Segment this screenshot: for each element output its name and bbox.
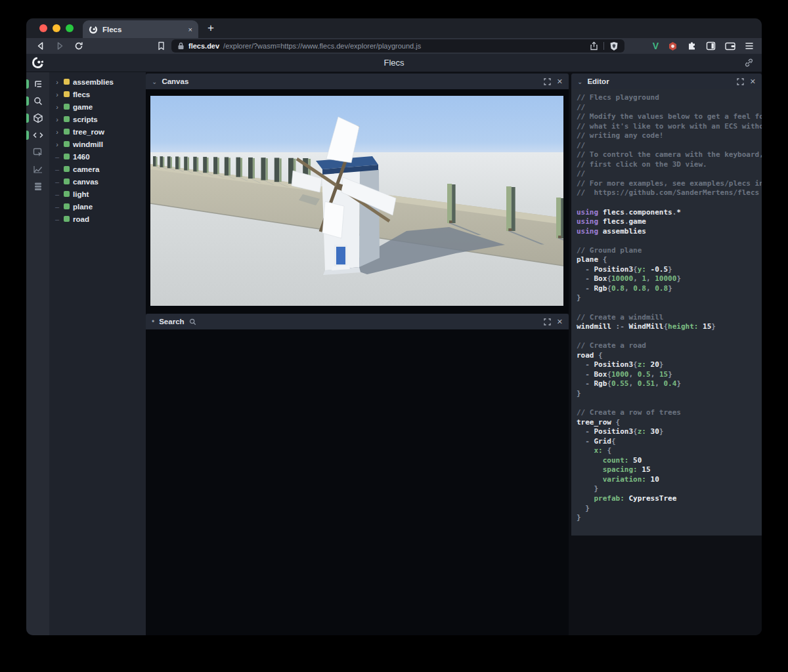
zoom-window-button[interactable]	[66, 24, 74, 32]
tree-item-flecs[interactable]: ›flecs	[49, 88, 146, 100]
window-controls	[26, 24, 80, 38]
windmill-door	[336, 247, 345, 264]
expand-chevron-icon[interactable]: ›	[54, 104, 60, 110]
tree-item-windmill[interactable]: ›windmill	[49, 138, 146, 150]
tree-item-camera[interactable]: –camera	[49, 163, 146, 175]
rail-item-code-icon[interactable]	[26, 130, 49, 140]
new-tab-button[interactable]: +	[208, 22, 214, 35]
chevron-down-icon[interactable]: ⌄	[152, 78, 157, 85]
entity-color-square	[64, 178, 70, 184]
code-line: //	[577, 141, 762, 151]
tree-item-canvas[interactable]: –canvas	[49, 175, 146, 188]
expand-icon[interactable]	[544, 78, 551, 85]
expand-chevron-icon[interactable]: ›	[54, 79, 60, 85]
entity-color-square	[64, 129, 70, 135]
tree-item-assemblies[interactable]: ›assemblies	[49, 75, 146, 88]
code-line: tree_row {	[577, 418, 762, 428]
toolbar-extensions: V	[653, 41, 754, 51]
menu-icon[interactable]	[745, 42, 754, 50]
rail-item-search-icon[interactable]	[26, 96, 49, 106]
tree-item-scripts[interactable]: ›scripts	[49, 113, 146, 125]
entity-label: camera	[73, 165, 99, 173]
code-line: // Flecs playground	[577, 93, 762, 103]
wallet-icon[interactable]	[725, 42, 735, 51]
tree-item-road[interactable]: –road	[49, 213, 146, 225]
expand-chevron-icon[interactable]: ›	[54, 141, 60, 148]
close-window-button[interactable]	[39, 24, 47, 32]
address-bar[interactable]: flecs.dev/explorer/?wasm=https://www.fle…	[171, 39, 624, 52]
tab-close-icon[interactable]: ×	[188, 26, 192, 33]
chevron-down-icon[interactable]: ⌄	[577, 78, 582, 85]
code-line: - Position3{z: 30}	[577, 427, 762, 437]
search-panel-body	[146, 329, 569, 635]
3d-viewport[interactable]	[150, 96, 563, 306]
share-icon[interactable]	[590, 41, 598, 51]
code-line: // what it's like to work with an ECS wi…	[577, 122, 762, 132]
entity-color-square	[64, 91, 70, 97]
rail-item-cube-icon[interactable]	[26, 113, 49, 123]
editor-panel-header[interactable]: ⌄ Editor ✕	[571, 74, 762, 89]
code-line: road {	[577, 351, 762, 361]
code-line: plane {	[577, 255, 762, 265]
code-line: count: 50	[577, 456, 762, 466]
extension-hexagon-icon[interactable]	[668, 41, 678, 51]
editor-panel-title: Editor	[587, 77, 609, 85]
rows-icon	[33, 181, 43, 192]
tree-item-1460[interactable]: –1460	[49, 150, 146, 163]
close-icon[interactable]: ✕	[750, 77, 756, 86]
search-panel-header[interactable]: • Search ✕	[146, 314, 569, 329]
rail-item-tree-icon[interactable]	[26, 79, 49, 89]
close-icon[interactable]: ✕	[557, 77, 563, 86]
code-line: // https://github.com/SanderMertens/flec…	[577, 188, 762, 198]
tree-item-tree_row[interactable]: ›tree_row	[49, 125, 146, 138]
inspector-icon	[33, 147, 43, 158]
entity-label: tree_row	[73, 128, 104, 136]
url-path: /explorer/?wasm=https://www.flecs.dev/ex…	[223, 42, 586, 50]
search-panel-title: Search	[159, 318, 184, 326]
forward-button[interactable]	[55, 41, 65, 51]
chart-icon	[33, 164, 43, 175]
entity-label: assemblies	[73, 78, 114, 86]
bookmark-icon[interactable]	[156, 41, 166, 51]
entity-label: road	[73, 215, 89, 223]
link-icon[interactable]	[744, 58, 754, 68]
leaf-dash-icon: –	[54, 154, 60, 160]
browser-tab[interactable]: Flecs ×	[83, 20, 198, 38]
code-line: prefab: CypressTree	[577, 494, 762, 504]
tree-item-game[interactable]: ›game	[49, 100, 146, 113]
divider	[603, 42, 604, 50]
code-line: // Create a windmill	[577, 313, 762, 323]
expand-icon[interactable]	[544, 318, 551, 326]
tree-item-light[interactable]: –light	[49, 188, 146, 200]
back-button[interactable]	[35, 41, 46, 51]
rail-item-inspector-icon[interactable]	[26, 147, 49, 158]
entity-color-square	[64, 79, 70, 85]
canvas-panel-body	[146, 89, 569, 314]
canvas-panel-header[interactable]: ⌄ Canvas ✕	[146, 74, 569, 89]
expand-chevron-icon[interactable]: ›	[54, 129, 60, 135]
vue-devtools-icon[interactable]: V	[653, 41, 659, 51]
code-line: // Ground plane	[577, 246, 762, 256]
desktop: Flecs × + flecs.	[0, 0, 788, 672]
minimize-window-button[interactable]	[53, 24, 60, 32]
collapsed-bullet-icon[interactable]: •	[152, 317, 154, 326]
rail-item-chart-icon[interactable]	[26, 164, 49, 175]
rail-item-rows-icon[interactable]	[26, 181, 49, 192]
expand-chevron-icon[interactable]: ›	[54, 91, 60, 98]
brave-shield-icon[interactable]	[609, 41, 619, 51]
sidebar-toggle-icon[interactable]	[706, 41, 716, 51]
close-icon[interactable]: ✕	[557, 318, 563, 326]
search-icon	[189, 318, 196, 326]
code-line	[577, 332, 762, 342]
code-icon	[33, 130, 43, 140]
entity-label: plane	[73, 203, 93, 211]
entity-color-square	[64, 154, 70, 159]
code-line: using flecs.components.*	[577, 208, 762, 218]
extensions-puzzle-icon[interactable]	[687, 41, 697, 51]
expand-chevron-icon[interactable]: ›	[54, 116, 60, 123]
leaf-dash-icon: –	[54, 203, 60, 210]
expand-icon[interactable]	[737, 78, 744, 85]
reload-button[interactable]	[74, 41, 84, 51]
code-editor[interactable]: // Flecs playground//// Modify the value…	[571, 89, 762, 536]
tree-item-plane[interactable]: –plane	[49, 200, 146, 213]
